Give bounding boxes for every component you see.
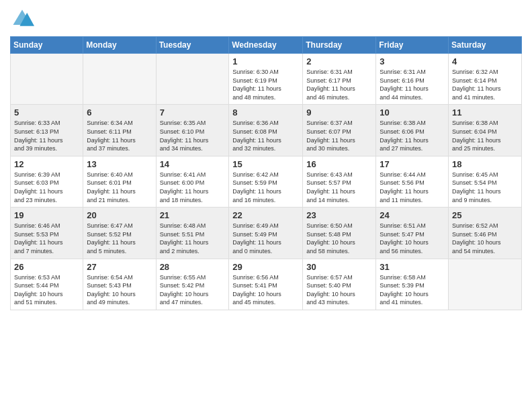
day-number: 15 bbox=[232, 159, 299, 169]
day-number: 25 bbox=[452, 210, 518, 220]
day-info: Sunrise: 6:36 AM Sunset: 6:08 PM Dayligh… bbox=[232, 119, 299, 152]
day-info: Sunrise: 6:47 AM Sunset: 5:52 PM Dayligh… bbox=[87, 222, 152, 255]
day-info: Sunrise: 6:46 AM Sunset: 5:53 PM Dayligh… bbox=[14, 222, 79, 255]
day-number: 2 bbox=[306, 56, 372, 66]
day-number: 13 bbox=[87, 159, 152, 169]
day-info: Sunrise: 6:33 AM Sunset: 6:13 PM Dayligh… bbox=[14, 119, 79, 152]
day-number: 27 bbox=[87, 262, 152, 272]
day-header-wednesday: Wednesday bbox=[229, 37, 303, 54]
calendar-day-cell: 23Sunrise: 6:50 AM Sunset: 5:48 PM Dayli… bbox=[303, 208, 376, 259]
day-number: 20 bbox=[87, 210, 152, 220]
day-number: 22 bbox=[232, 210, 299, 220]
calendar-day-cell bbox=[83, 54, 156, 105]
day-info: Sunrise: 6:51 AM Sunset: 5:47 PM Dayligh… bbox=[380, 222, 445, 255]
day-info: Sunrise: 6:56 AM Sunset: 5:41 PM Dayligh… bbox=[232, 273, 299, 307]
day-info: Sunrise: 6:32 AM Sunset: 6:14 PM Dayligh… bbox=[452, 68, 518, 101]
calendar-day-cell: 7Sunrise: 6:35 AM Sunset: 6:10 PM Daylig… bbox=[156, 105, 229, 156]
calendar-day-cell: 16Sunrise: 6:43 AM Sunset: 5:57 PM Dayli… bbox=[303, 156, 376, 207]
day-info: Sunrise: 6:58 AM Sunset: 5:39 PM Dayligh… bbox=[380, 273, 445, 307]
day-info: Sunrise: 6:40 AM Sunset: 6:01 PM Dayligh… bbox=[87, 171, 152, 204]
day-number: 30 bbox=[306, 262, 372, 272]
calendar-day-cell: 26Sunrise: 6:53 AM Sunset: 5:44 PM Dayli… bbox=[11, 259, 83, 310]
calendar-week-row: 1Sunrise: 6:30 AM Sunset: 6:19 PM Daylig… bbox=[11, 54, 522, 105]
day-number: 8 bbox=[232, 107, 299, 118]
logo bbox=[10, 7, 37, 31]
day-number: 6 bbox=[87, 107, 152, 118]
calendar-day-cell: 13Sunrise: 6:40 AM Sunset: 6:01 PM Dayli… bbox=[83, 156, 156, 207]
calendar-week-row: 5Sunrise: 6:33 AM Sunset: 6:13 PM Daylig… bbox=[11, 105, 522, 156]
calendar-day-cell: 17Sunrise: 6:44 AM Sunset: 5:56 PM Dayli… bbox=[376, 156, 449, 207]
calendar-day-cell: 11Sunrise: 6:38 AM Sunset: 6:04 PM Dayli… bbox=[449, 105, 522, 156]
logo-icon bbox=[10, 7, 34, 31]
calendar-day-cell: 14Sunrise: 6:41 AM Sunset: 6:00 PM Dayli… bbox=[156, 156, 229, 207]
day-header-saturday: Saturday bbox=[449, 37, 522, 54]
day-number: 14 bbox=[160, 159, 226, 169]
day-number: 1 bbox=[232, 56, 299, 66]
day-info: Sunrise: 6:48 AM Sunset: 5:51 PM Dayligh… bbox=[160, 222, 226, 255]
calendar-day-cell: 6Sunrise: 6:34 AM Sunset: 6:11 PM Daylig… bbox=[83, 105, 156, 156]
day-info: Sunrise: 6:54 AM Sunset: 5:43 PM Dayligh… bbox=[87, 273, 152, 307]
day-number: 21 bbox=[160, 210, 226, 220]
calendar-day-cell: 19Sunrise: 6:46 AM Sunset: 5:53 PM Dayli… bbox=[11, 208, 83, 259]
calendar-day-cell: 20Sunrise: 6:47 AM Sunset: 5:52 PM Dayli… bbox=[83, 208, 156, 259]
day-info: Sunrise: 6:39 AM Sunset: 6:03 PM Dayligh… bbox=[14, 171, 79, 204]
day-info: Sunrise: 6:55 AM Sunset: 5:42 PM Dayligh… bbox=[160, 273, 226, 307]
day-header-sunday: Sunday bbox=[11, 37, 83, 54]
day-info: Sunrise: 6:37 AM Sunset: 6:07 PM Dayligh… bbox=[306, 119, 372, 152]
day-info: Sunrise: 6:34 AM Sunset: 6:11 PM Dayligh… bbox=[87, 119, 152, 152]
calendar-day-cell: 10Sunrise: 6:38 AM Sunset: 6:06 PM Dayli… bbox=[376, 105, 449, 156]
page-container: SundayMondayTuesdayWednesdayThursdayFrid… bbox=[0, 0, 532, 317]
day-header-thursday: Thursday bbox=[303, 37, 376, 54]
day-info: Sunrise: 6:50 AM Sunset: 5:48 PM Dayligh… bbox=[306, 222, 372, 255]
calendar-week-row: 12Sunrise: 6:39 AM Sunset: 6:03 PM Dayli… bbox=[11, 156, 522, 207]
day-number: 10 bbox=[380, 107, 445, 118]
day-info: Sunrise: 6:44 AM Sunset: 5:56 PM Dayligh… bbox=[380, 171, 445, 204]
calendar-day-cell: 30Sunrise: 6:57 AM Sunset: 5:40 PM Dayli… bbox=[303, 259, 376, 310]
calendar-day-cell: 2Sunrise: 6:31 AM Sunset: 6:17 PM Daylig… bbox=[303, 54, 376, 105]
day-number: 5 bbox=[14, 107, 79, 118]
calendar-day-cell: 5Sunrise: 6:33 AM Sunset: 6:13 PM Daylig… bbox=[11, 105, 83, 156]
day-number: 16 bbox=[306, 159, 372, 169]
calendar-day-cell: 3Sunrise: 6:31 AM Sunset: 6:16 PM Daylig… bbox=[376, 54, 449, 105]
day-info: Sunrise: 6:53 AM Sunset: 5:44 PM Dayligh… bbox=[14, 273, 79, 307]
calendar-day-cell: 31Sunrise: 6:58 AM Sunset: 5:39 PM Dayli… bbox=[376, 259, 449, 310]
day-number: 24 bbox=[380, 210, 445, 220]
day-info: Sunrise: 6:30 AM Sunset: 6:19 PM Dayligh… bbox=[232, 68, 299, 101]
calendar-day-cell: 21Sunrise: 6:48 AM Sunset: 5:51 PM Dayli… bbox=[156, 208, 229, 259]
calendar-day-cell: 8Sunrise: 6:36 AM Sunset: 6:08 PM Daylig… bbox=[229, 105, 303, 156]
calendar-day-cell: 29Sunrise: 6:56 AM Sunset: 5:41 PM Dayli… bbox=[229, 259, 303, 310]
calendar-day-cell: 1Sunrise: 6:30 AM Sunset: 6:19 PM Daylig… bbox=[229, 54, 303, 105]
calendar-header-row: SundayMondayTuesdayWednesdayThursdayFrid… bbox=[11, 37, 522, 54]
calendar-day-cell: 22Sunrise: 6:49 AM Sunset: 5:49 PM Dayli… bbox=[229, 208, 303, 259]
day-info: Sunrise: 6:43 AM Sunset: 5:57 PM Dayligh… bbox=[306, 171, 372, 204]
calendar-day-cell: 4Sunrise: 6:32 AM Sunset: 6:14 PM Daylig… bbox=[449, 54, 522, 105]
calendar-week-row: 26Sunrise: 6:53 AM Sunset: 5:44 PM Dayli… bbox=[11, 259, 522, 310]
day-number: 17 bbox=[380, 159, 445, 169]
day-info: Sunrise: 6:38 AM Sunset: 6:06 PM Dayligh… bbox=[380, 119, 445, 152]
day-info: Sunrise: 6:31 AM Sunset: 6:17 PM Dayligh… bbox=[306, 68, 372, 101]
day-number: 11 bbox=[452, 107, 518, 118]
calendar-day-cell: 25Sunrise: 6:52 AM Sunset: 5:46 PM Dayli… bbox=[449, 208, 522, 259]
calendar-day-cell: 18Sunrise: 6:45 AM Sunset: 5:54 PM Dayli… bbox=[449, 156, 522, 207]
day-info: Sunrise: 6:35 AM Sunset: 6:10 PM Dayligh… bbox=[160, 119, 226, 152]
day-info: Sunrise: 6:45 AM Sunset: 5:54 PM Dayligh… bbox=[452, 171, 518, 204]
day-number: 19 bbox=[14, 210, 79, 220]
day-number: 31 bbox=[380, 262, 445, 272]
day-number: 12 bbox=[14, 159, 79, 169]
day-header-friday: Friday bbox=[376, 37, 449, 54]
day-info: Sunrise: 6:49 AM Sunset: 5:49 PM Dayligh… bbox=[232, 222, 299, 255]
day-number: 4 bbox=[452, 56, 518, 66]
day-number: 28 bbox=[160, 262, 226, 272]
day-header-tuesday: Tuesday bbox=[156, 37, 229, 54]
calendar-day-cell: 28Sunrise: 6:55 AM Sunset: 5:42 PM Dayli… bbox=[156, 259, 229, 310]
day-info: Sunrise: 6:52 AM Sunset: 5:46 PM Dayligh… bbox=[452, 222, 518, 255]
calendar-day-cell: 24Sunrise: 6:51 AM Sunset: 5:47 PM Dayli… bbox=[376, 208, 449, 259]
calendar-day-cell: 15Sunrise: 6:42 AM Sunset: 5:59 PM Dayli… bbox=[229, 156, 303, 207]
calendar-day-cell bbox=[156, 54, 229, 105]
day-info: Sunrise: 6:57 AM Sunset: 5:40 PM Dayligh… bbox=[306, 273, 372, 307]
day-info: Sunrise: 6:41 AM Sunset: 6:00 PM Dayligh… bbox=[160, 171, 226, 204]
calendar-day-cell: 27Sunrise: 6:54 AM Sunset: 5:43 PM Dayli… bbox=[83, 259, 156, 310]
day-info: Sunrise: 6:42 AM Sunset: 5:59 PM Dayligh… bbox=[232, 171, 299, 204]
day-number: 18 bbox=[452, 159, 518, 169]
day-number: 26 bbox=[14, 262, 79, 272]
